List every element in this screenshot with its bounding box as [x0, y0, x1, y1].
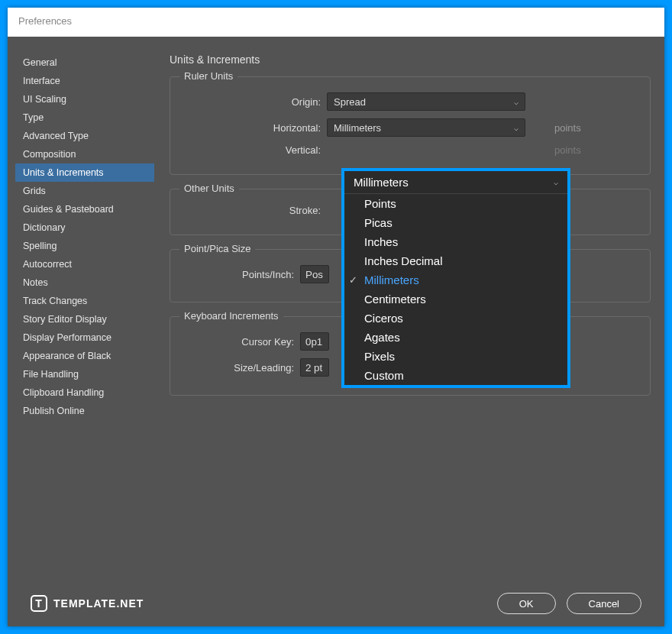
dropdown-header[interactable]: Millimeters ⌵: [344, 171, 567, 194]
cancel-button[interactable]: Cancel: [567, 593, 641, 614]
horizontal-value: Millimeters: [334, 122, 381, 134]
dropdown-option-picas[interactable]: Picas: [344, 213, 567, 232]
horizontal-label: Horizontal:: [179, 122, 321, 134]
ruler-units-group: Ruler Units Origin: Spread ⌵ Horizontal:…: [170, 76, 651, 175]
group-legend: Other Units: [179, 183, 239, 194]
sidebar-item-spelling[interactable]: Spelling: [15, 237, 154, 255]
dropdown-header-label: Millimeters: [354, 176, 409, 189]
page-title: Units & Increments: [170, 53, 651, 66]
sidebar-item-dictionary[interactable]: Dictionary: [15, 218, 154, 237]
dialog-title: Preferences: [8, 8, 664, 37]
horizontal-suffix: points: [554, 122, 581, 134]
cursor-key-field[interactable]: [300, 332, 329, 351]
brand-logo: T TEMPLATE.NET: [31, 595, 144, 612]
sidebar-item-file-handling[interactable]: File Handling: [15, 365, 154, 383]
chevron-down-icon: ⌵: [554, 178, 558, 186]
points-inch-field[interactable]: [300, 265, 329, 283]
dropdown-option-custom[interactable]: Custom: [344, 366, 567, 385]
sidebar-item-publish-online[interactable]: Publish Online: [15, 402, 154, 420]
group-legend: Point/Pica Size: [179, 243, 255, 254]
logo-badge-icon: T: [31, 595, 47, 612]
vertical-suffix: points: [554, 144, 581, 156]
dropdown-option-points[interactable]: Points: [344, 194, 567, 213]
sidebar-item-track-changes[interactable]: Track Changes: [15, 292, 154, 310]
dialog-content: GeneralInterfaceUI ScalingTypeAdvanced T…: [8, 37, 664, 581]
dropdown-option-millimeters[interactable]: ✓Millimeters: [344, 270, 567, 290]
points-inch-label: Points/Inch:: [179, 269, 294, 280]
dropdown-option-pixels[interactable]: Pixels: [344, 347, 567, 366]
group-legend: Keyboard Increments: [179, 310, 283, 322]
sidebar: GeneralInterfaceUI ScalingTypeAdvanced T…: [15, 53, 154, 581]
sidebar-item-story-editor-display[interactable]: Story Editor Display: [15, 310, 154, 328]
sidebar-item-type[interactable]: Type: [15, 108, 154, 127]
sidebar-item-clipboard-handling[interactable]: Clipboard Handling: [15, 383, 154, 402]
stroke-label: Stroke:: [179, 205, 321, 216]
chevron-down-icon: ⌵: [514, 98, 519, 106]
sidebar-item-general[interactable]: General: [15, 53, 154, 72]
sidebar-item-notes[interactable]: Notes: [15, 273, 154, 292]
sidebar-item-display-performance[interactable]: Display Performance: [15, 328, 154, 347]
group-legend: Ruler Units: [179, 70, 237, 82]
origin-value: Spread: [334, 96, 366, 108]
size-leading-label: Size/Leading:: [179, 362, 294, 374]
dropdown-option-inches-decimal[interactable]: Inches Decimal: [344, 251, 567, 270]
sidebar-item-units-increments[interactable]: Units & Increments: [15, 163, 154, 182]
horizontal-select[interactable]: Millimeters ⌵: [327, 118, 525, 137]
sidebar-item-grids[interactable]: Grids: [15, 182, 154, 200]
origin-select[interactable]: Spread ⌵: [327, 92, 525, 111]
dropdown-option-agates[interactable]: Agates: [344, 328, 567, 347]
vertical-label: Vertical:: [179, 144, 321, 156]
sidebar-item-autocorrect[interactable]: Autocorrect: [15, 255, 154, 273]
brand-text: TEMPLATE.NET: [53, 597, 144, 610]
origin-label: Origin:: [179, 96, 321, 108]
dropdown-option-inches[interactable]: Inches: [344, 232, 567, 251]
check-icon: ✓: [349, 274, 357, 286]
cursor-key-label: Cursor Key:: [179, 336, 294, 348]
ok-button[interactable]: OK: [497, 593, 556, 614]
sidebar-item-ui-scaling[interactable]: UI Scaling: [15, 90, 154, 108]
dropdown-option-centimeters[interactable]: Centimeters: [344, 290, 567, 309]
chevron-down-icon: ⌵: [514, 124, 519, 132]
sidebar-item-appearance-of-black[interactable]: Appearance of Black: [15, 347, 154, 365]
dialog-footer: T TEMPLATE.NET OK Cancel: [8, 581, 664, 626]
sidebar-item-guides-pasteboard[interactable]: Guides & Pasteboard: [15, 200, 154, 218]
dropdown-option-ciceros[interactable]: Ciceros: [344, 309, 567, 328]
sidebar-item-interface[interactable]: Interface: [15, 72, 154, 90]
preferences-dialog: Preferences GeneralInterfaceUI ScalingTy…: [8, 8, 664, 626]
size-leading-field[interactable]: [300, 358, 329, 377]
sidebar-item-advanced-type[interactable]: Advanced Type: [15, 127, 154, 145]
vertical-units-dropdown: Millimeters ⌵ PointsPicasInchesInches De…: [341, 168, 570, 388]
sidebar-item-composition[interactable]: Composition: [15, 145, 154, 163]
